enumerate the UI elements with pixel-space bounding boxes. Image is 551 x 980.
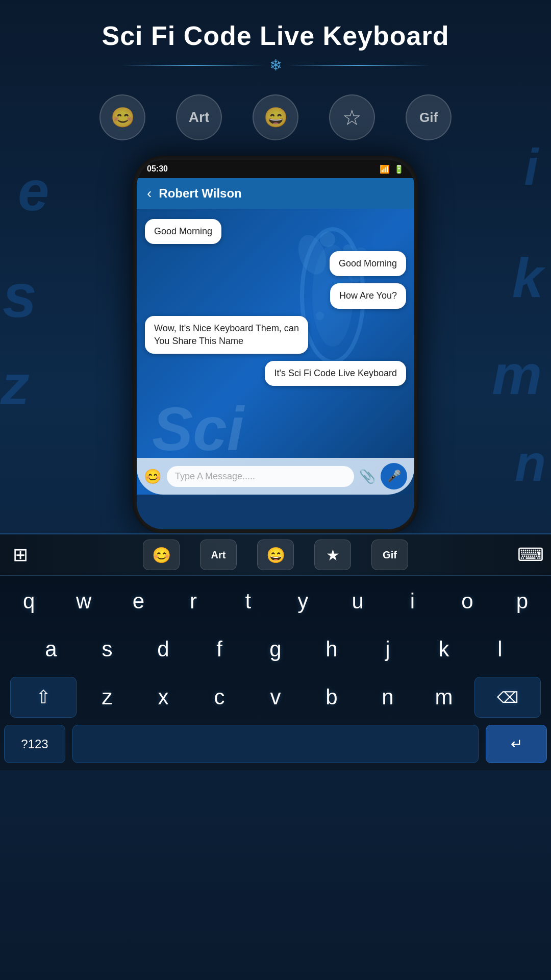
- grid-icon: ⊞: [13, 544, 28, 566]
- status-icons: 📶 🔋: [380, 164, 404, 174]
- key-s[interactable]: s: [82, 629, 133, 670]
- keyboard-grid-icon[interactable]: ⊞: [0, 540, 41, 570]
- keyboard-section: ⊞ 😊 Art 😄 ★ Gif ⌨ q w e r t y u i o p: [0, 533, 551, 770]
- key-n[interactable]: n: [362, 677, 413, 718]
- key-c[interactable]: c: [194, 677, 245, 718]
- app-header: Sci Fi Code Live Keyboard ❄: [0, 0, 551, 84]
- key-j[interactable]: j: [362, 629, 413, 670]
- key-row-3: ⇧ z x c v b n m ⌫: [4, 677, 547, 718]
- bubble-3: How Are You?: [330, 283, 406, 308]
- chat-messages: Good Morning Good Morning How Are You? W…: [145, 219, 406, 386]
- divider-ornament: ❄: [269, 56, 282, 74]
- bubble-1: Good Morning: [145, 219, 221, 244]
- message-input-bar: 😊 Type A Message..... 📎 🎤: [137, 458, 414, 495]
- key-b[interactable]: b: [306, 677, 357, 718]
- key-i[interactable]: i: [388, 581, 437, 622]
- wifi-icon: 📶: [380, 164, 390, 174]
- top-emoji-star[interactable]: ☆: [329, 94, 375, 140]
- key-u[interactable]: u: [333, 581, 382, 622]
- key-w[interactable]: w: [59, 581, 108, 622]
- spacebar-row: ?123 ↵: [4, 725, 547, 763]
- bubble-2: Good Morning: [330, 251, 406, 276]
- message-5: It's Sci Fi Code Live Keyboard: [145, 361, 406, 386]
- key-f[interactable]: f: [194, 629, 245, 670]
- key-a[interactable]: a: [26, 629, 77, 670]
- key-l[interactable]: l: [474, 629, 525, 670]
- keyboard-switch-icon[interactable]: ⌨: [510, 540, 551, 570]
- top-emoji-art[interactable]: Art: [176, 94, 222, 140]
- kb-emoji-smiley[interactable]: 😊: [143, 540, 180, 570]
- top-emoji-smiley[interactable]: 😊: [99, 94, 145, 140]
- key-row-1: q w e r t y u i o p: [4, 581, 547, 622]
- key-d[interactable]: d: [138, 629, 189, 670]
- phone-screen: 05:30 📶 🔋 ‹ Robert Wilson: [137, 160, 414, 529]
- number-key[interactable]: ?123: [4, 725, 65, 763]
- phone-container: 05:30 📶 🔋 ‹ Robert Wilson: [0, 156, 551, 533]
- key-t[interactable]: t: [223, 581, 273, 622]
- key-z[interactable]: z: [82, 677, 133, 718]
- space-key[interactable]: [72, 725, 479, 763]
- divider-line-right: [287, 65, 430, 66]
- app-title: Sci Fi Code Live Keyboard: [10, 20, 541, 51]
- message-1: Good Morning: [145, 219, 406, 244]
- voice-button[interactable]: 🎤: [381, 463, 407, 489]
- message-placeholder: Type A Message.....: [175, 471, 255, 481]
- kb-emoji-gif[interactable]: Gif: [371, 540, 408, 570]
- chat-header: ‹ Robert Wilson: [137, 178, 414, 209]
- battery-icon: 🔋: [394, 164, 404, 174]
- keys-section: q w e r t y u i o p a s d f g h j k l ⇧ …: [0, 576, 551, 770]
- key-v[interactable]: v: [250, 677, 301, 718]
- key-e[interactable]: e: [114, 581, 163, 622]
- keyboard-icon: ⌨: [517, 544, 544, 566]
- message-2: Good Morning: [145, 251, 406, 276]
- message-4: Wow, It's Nice Keyboard Them, can You Sh…: [145, 316, 406, 354]
- key-h[interactable]: h: [306, 629, 357, 670]
- bubble-5: It's Sci Fi Code Live Keyboard: [265, 361, 406, 386]
- shift-key[interactable]: ⇧: [10, 677, 77, 718]
- keyboard-emoji-bar: ⊞ 😊 Art 😄 ★ Gif ⌨: [0, 533, 551, 576]
- divider-line-left: [121, 65, 264, 66]
- kb-emoji-laugh[interactable]: 😄: [257, 540, 294, 570]
- keyboard-emoji-icons: 😊 Art 😄 ★ Gif: [41, 540, 510, 570]
- status-time: 05:30: [147, 164, 168, 174]
- key-k[interactable]: k: [418, 629, 469, 670]
- key-y[interactable]: y: [278, 581, 328, 622]
- enter-key[interactable]: ↵: [486, 725, 547, 763]
- key-o[interactable]: o: [442, 581, 492, 622]
- bubble-4: Wow, It's Nice Keyboard Them, can You Sh…: [145, 316, 308, 354]
- key-p[interactable]: p: [497, 581, 547, 622]
- kb-emoji-art[interactable]: Art: [200, 540, 237, 570]
- key-q[interactable]: q: [4, 581, 54, 622]
- back-button[interactable]: ‹: [147, 185, 152, 202]
- key-r[interactable]: r: [168, 581, 218, 622]
- phone-frame: 05:30 📶 🔋 ‹ Robert Wilson: [133, 156, 418, 533]
- top-emoji-bar: 😊 Art 😄 ☆ Gif: [0, 84, 551, 145]
- top-emoji-gif[interactable]: Gif: [406, 94, 452, 140]
- msg-emoji-button[interactable]: 😊: [144, 468, 162, 485]
- kb-emoji-star[interactable]: ★: [314, 540, 351, 570]
- key-x[interactable]: x: [138, 677, 189, 718]
- attach-button[interactable]: 📎: [359, 469, 375, 484]
- chat-area: Sci Good Morning Good Morning How Are Yo…: [137, 209, 414, 495]
- backspace-key[interactable]: ⌫: [474, 677, 541, 718]
- message-input-field[interactable]: Type A Message.....: [167, 466, 354, 487]
- chat-bg-sci-text: Sci: [152, 394, 244, 464]
- key-row-2: a s d f g h j k l: [4, 629, 547, 670]
- phone-status-bar: 05:30 📶 🔋: [137, 160, 414, 178]
- header-divider: ❄: [10, 56, 541, 74]
- contact-name: Robert Wilson: [159, 186, 241, 201]
- message-3: How Are You?: [145, 283, 406, 308]
- key-m[interactable]: m: [418, 677, 469, 718]
- key-g[interactable]: g: [250, 629, 301, 670]
- mic-icon: 🎤: [387, 470, 401, 483]
- top-emoji-laugh[interactable]: 😄: [253, 94, 298, 140]
